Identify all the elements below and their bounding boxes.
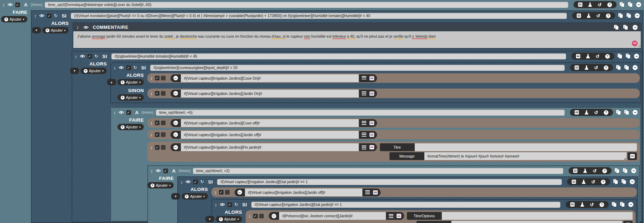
add-action-button[interactable]: +Ajouter▾ (80, 68, 107, 74)
refresh-icon[interactable]: ↻ (54, 14, 58, 18)
move-handle-icon[interactable]: ↕ (151, 168, 153, 174)
undo-icon[interactable]: ↺ (591, 179, 595, 185)
enabled-checkbox[interactable]: ✓ (15, 2, 20, 7)
visibility-eye-icon[interactable] (83, 26, 89, 29)
remove-icon[interactable]: − (636, 2, 641, 7)
keyboard-options-icon[interactable] (370, 91, 374, 96)
collapse-button[interactable]: ▼ (205, 216, 214, 222)
remove-action-icon[interactable]: − (237, 190, 242, 195)
remove-action-icon[interactable]: − (173, 91, 178, 96)
enabled-checkbox[interactable]: ✓ (227, 202, 232, 207)
a5-time-expression-input[interactable]: time_op(#time#, +5) (156, 110, 565, 116)
remove-icon[interactable]: − (635, 13, 640, 18)
list-alt-icon[interactable] (577, 14, 581, 18)
list-alt-icon[interactable] (570, 202, 575, 207)
collapse-button[interactable]: ▼ (171, 193, 180, 200)
si2-condition-input[interactable]: #[zigbeelinker][Humidité tomates][Humidi… (111, 53, 566, 59)
test-flask-icon[interactable] (580, 202, 584, 207)
remove-icon[interactable]: − (630, 179, 635, 184)
remove-action-icon[interactable]: − (173, 76, 178, 80)
action-command-input[interactable]: #[Présence][loic Jeedom connect][Jardin]… (279, 212, 386, 220)
add-action-button[interactable]: +Ajouter▾ (147, 182, 174, 189)
list-ul-icon[interactable] (362, 76, 366, 80)
move-handle-icon[interactable]: ↕ (2, 2, 5, 7)
remove-action-icon[interactable]: − (173, 145, 178, 150)
copy-icon[interactable] (614, 25, 619, 30)
titre-options-input[interactable] (442, 212, 633, 220)
action-command-input[interactable]: #[Virtuel capteur][Irrigation Jardins][C… (181, 119, 359, 127)
paste-icon[interactable] (624, 65, 629, 70)
test-flask-icon[interactable] (585, 65, 588, 70)
list-ul-icon[interactable] (362, 91, 366, 95)
a2-time-expression-input[interactable]: time_op(#time#, +2) (193, 168, 563, 174)
paste-icon[interactable] (624, 110, 629, 115)
help-icon[interactable]: ? (601, 180, 606, 184)
visibility-eye-icon[interactable] (80, 54, 85, 58)
undo-icon[interactable]: ↺ (594, 65, 598, 70)
remove-icon[interactable]: − (634, 54, 639, 59)
list-alt-icon[interactable] (572, 180, 576, 184)
paste-icon[interactable] (623, 25, 628, 30)
undo-icon[interactable]: ↺ (594, 110, 598, 115)
copy-icon[interactable] (618, 13, 623, 18)
keyboard-options-icon[interactable] (370, 133, 374, 137)
message-input[interactable]: formatTime(#time#) le #sjour# #jour# #sm… (424, 152, 627, 160)
move-handle-icon[interactable]: ↕ (150, 145, 153, 150)
keyboard-options-icon[interactable] (370, 145, 374, 149)
action-enabled-checkbox[interactable]: ✓ (253, 214, 258, 218)
help-icon[interactable]: ? (607, 2, 612, 7)
enabled-checkbox[interactable]: ✓ (126, 65, 131, 70)
collapse-button[interactable]: ▼ (32, 27, 41, 33)
remove-icon[interactable]: − (631, 168, 636, 173)
remove-icon[interactable]: − (633, 110, 638, 115)
collapse-button[interactable]: ▼ (70, 68, 79, 74)
titre-input[interactable] (415, 143, 637, 151)
visibility-eye-icon[interactable] (220, 203, 225, 206)
paste-icon[interactable] (628, 2, 633, 7)
action-enabled-checkbox[interactable]: ✓ (219, 190, 224, 195)
remove-icon[interactable]: − (633, 65, 638, 70)
enabled-checkbox[interactable]: ✓ (88, 54, 92, 59)
list-ul-icon[interactable] (365, 190, 370, 194)
si3-condition-input[interactable]: #[zigbeelinker][cuveeauzigbee][liquid_de… (150, 65, 565, 71)
action-command-input[interactable]: #[Virtuel capteur][Irrigation Jardins][F… (181, 143, 359, 151)
list-alt-icon[interactable] (575, 65, 579, 70)
move-handle-icon[interactable]: ↕ (75, 54, 77, 59)
message-input[interactable]: Attention eau allumé jardin (451, 221, 622, 223)
move-handle-icon[interactable]: ↕ (214, 190, 217, 195)
refresh-icon[interactable]: ↻ (133, 65, 137, 70)
remove-icon[interactable]: − (633, 25, 638, 30)
help-icon[interactable]: ? (606, 14, 611, 18)
visibility-eye-icon[interactable] (39, 14, 44, 17)
add-action-button[interactable]: +Ajouter▾ (182, 193, 208, 200)
list-alt-icon[interactable] (573, 169, 577, 173)
add-action-button[interactable]: +Ajouter▾ (42, 27, 69, 33)
move-handle-icon[interactable]: ↕ (180, 179, 183, 185)
copy-icon[interactable] (620, 2, 625, 7)
move-handle-icon[interactable]: ↕ (150, 75, 153, 81)
help-icon[interactable]: ? (604, 110, 608, 115)
test-flask-icon[interactable] (582, 180, 586, 184)
test-flask-icon[interactable] (585, 110, 588, 115)
action-background-checkbox[interactable] (161, 132, 166, 137)
paste-icon[interactable] (622, 179, 627, 184)
copy-icon[interactable] (613, 179, 618, 184)
keyboard-options-icon[interactable] (397, 214, 401, 218)
remove-action-icon[interactable]: − (272, 214, 276, 218)
remove-action-icon[interactable]: − (173, 132, 178, 137)
action-enabled-checkbox[interactable]: ✓ (155, 132, 159, 137)
add-action-button[interactable]: +Ajouter▾ (117, 94, 144, 101)
action-background-checkbox[interactable] (161, 76, 166, 80)
add-action-button[interactable]: +Ajouter▾ (117, 79, 144, 85)
list-ul-icon[interactable] (389, 214, 393, 218)
action-command-input[interactable]: #[Virtuel capteur][Irrigation Jardins][J… (181, 90, 359, 97)
test-flask-icon[interactable] (586, 54, 590, 58)
collapse-button[interactable]: ▲ (107, 79, 116, 85)
outer-time-expression-input[interactable]: time_op(#[Domotique][Heliotrope volets][… (45, 2, 568, 8)
action-background-checkbox[interactable] (161, 121, 166, 125)
move-handle-icon[interactable]: ↕ (77, 25, 79, 30)
paste-icon[interactable] (626, 54, 631, 59)
action-command-input[interactable]: #[Virtuel capteur][Irrigation Jardins][J… (181, 131, 359, 139)
enabled-checkbox[interactable]: ✓ (126, 110, 131, 115)
keyboard-options-icon[interactable] (370, 121, 374, 125)
